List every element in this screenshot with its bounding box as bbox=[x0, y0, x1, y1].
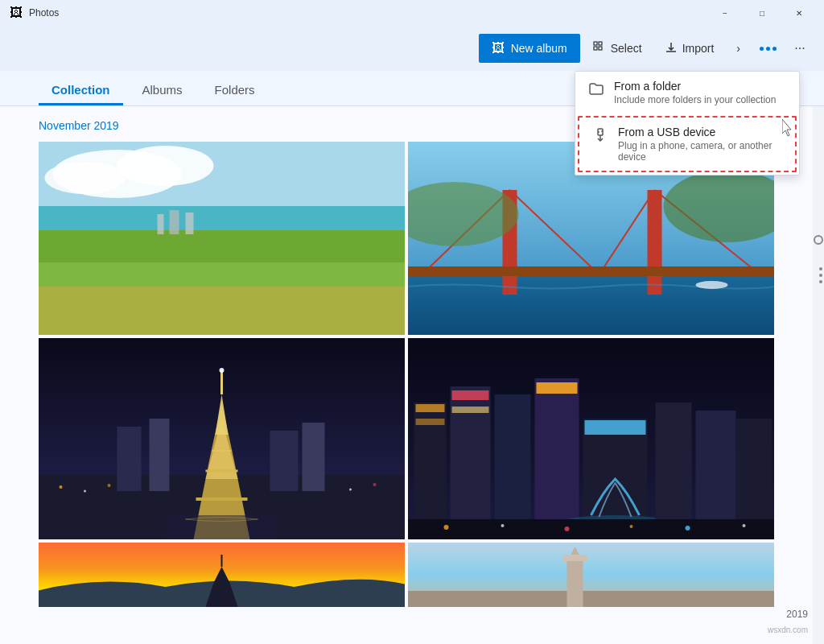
svg-rect-56 bbox=[585, 420, 646, 435]
tab-folders[interactable]: Folders bbox=[202, 76, 268, 105]
svg-rect-54 bbox=[537, 382, 578, 394]
svg-rect-72 bbox=[563, 555, 587, 561]
svg-rect-36 bbox=[150, 419, 170, 491]
svg-point-31 bbox=[108, 484, 111, 487]
svg-point-29 bbox=[60, 485, 63, 489]
svg-rect-47 bbox=[416, 404, 445, 412]
tab-albums[interactable]: Albums bbox=[130, 76, 196, 105]
tab-collection[interactable]: Collection bbox=[39, 76, 123, 105]
svg-rect-50 bbox=[452, 390, 489, 400]
svg-rect-71 bbox=[567, 559, 583, 607]
minimize-button[interactable]: − bbox=[707, 0, 744, 26]
svg-rect-11 bbox=[170, 210, 179, 234]
svg-point-30 bbox=[84, 490, 86, 493]
scroll-circle bbox=[814, 235, 823, 245]
photo-cell-monument[interactable] bbox=[408, 543, 774, 607]
photo-cell-eiffel[interactable] bbox=[39, 338, 405, 539]
svg-rect-14 bbox=[39, 287, 405, 335]
maximize-button[interactable]: □ bbox=[744, 0, 781, 26]
close-button[interactable]: ✕ bbox=[781, 0, 818, 26]
import-label: Import bbox=[682, 42, 715, 55]
photo-cell-sunset[interactable] bbox=[39, 543, 405, 607]
import-button[interactable]: Import bbox=[655, 34, 724, 63]
svg-point-6 bbox=[117, 146, 214, 186]
new-album-button[interactable]: 🖼 New album bbox=[479, 34, 580, 63]
svg-point-66 bbox=[686, 526, 690, 530]
new-album-label: New album bbox=[511, 42, 567, 55]
svg-point-7 bbox=[45, 162, 126, 194]
usb-icon bbox=[592, 127, 608, 143]
loading-spinner bbox=[753, 34, 782, 63]
svg-point-34 bbox=[373, 483, 377, 486]
svg-point-65 bbox=[630, 525, 633, 528]
scroll-dots bbox=[819, 267, 822, 283]
svg-rect-3 bbox=[599, 47, 602, 50]
spinner-dot-2 bbox=[766, 47, 770, 51]
app-title: Photos bbox=[29, 7, 59, 19]
svg-rect-1 bbox=[599, 42, 602, 45]
svg-rect-2 bbox=[594, 47, 597, 50]
photo-eiffel-image bbox=[39, 338, 405, 539]
more-icon: ··· bbox=[794, 41, 805, 56]
watermark: wsxdn.com bbox=[768, 625, 808, 634]
chevron-right-icon: › bbox=[736, 42, 740, 55]
select-icon bbox=[593, 41, 606, 56]
scroll-dot-3 bbox=[819, 280, 822, 283]
select-button[interactable]: Select bbox=[583, 34, 652, 63]
svg-rect-38 bbox=[303, 423, 325, 491]
menu-item-from-folder[interactable]: From a folder Include more folders in yo… bbox=[575, 72, 799, 114]
spinner-dot-3 bbox=[772, 47, 777, 51]
svg-rect-23 bbox=[408, 266, 774, 276]
photo-cell-aerial[interactable] bbox=[39, 142, 405, 335]
folder-icon bbox=[588, 81, 604, 97]
new-album-icon: 🖼 bbox=[492, 41, 505, 56]
svg-rect-53 bbox=[535, 378, 579, 539]
photo-grid bbox=[39, 142, 774, 607]
scrollbar[interactable]: 2019 wsxdn.com bbox=[813, 106, 824, 644]
svg-rect-18 bbox=[648, 190, 662, 295]
svg-point-26 bbox=[696, 281, 728, 289]
scroll-dot-1 bbox=[819, 267, 822, 270]
toolbar: 🖼 New album Select Import › bbox=[0, 26, 824, 71]
menu-item-from-usb-text: From a USB device Plug in a phone, camer… bbox=[618, 126, 782, 163]
svg-point-67 bbox=[743, 524, 746, 527]
title-bar: 🖼 Photos − □ ✕ bbox=[0, 0, 824, 26]
svg-point-64 bbox=[565, 526, 570, 531]
svg-point-63 bbox=[501, 524, 505, 527]
svg-rect-10 bbox=[158, 214, 164, 234]
svg-rect-58 bbox=[656, 402, 692, 539]
select-label: Select bbox=[611, 42, 642, 55]
import-icon bbox=[665, 41, 678, 56]
menu-item-from-usb[interactable]: From a USB device Plug in a phone, camer… bbox=[578, 116, 797, 172]
year-label: 2019 bbox=[786, 609, 808, 620]
photo-aerial-image bbox=[39, 142, 405, 335]
svg-rect-16 bbox=[408, 270, 774, 335]
scroll-dot-2 bbox=[819, 274, 822, 277]
content-area: November 2019 bbox=[0, 106, 824, 644]
chevron-button[interactable]: › bbox=[727, 34, 750, 63]
svg-point-62 bbox=[444, 525, 449, 530]
app-icon: 🖼 bbox=[10, 6, 23, 20]
photo-vegas-image bbox=[408, 338, 774, 539]
svg-rect-37 bbox=[270, 431, 299, 491]
photo-sunset-image bbox=[39, 543, 405, 607]
photo-cell-vegas[interactable] bbox=[408, 338, 774, 539]
svg-rect-48 bbox=[416, 419, 445, 425]
svg-rect-35 bbox=[117, 427, 142, 491]
svg-rect-52 bbox=[495, 394, 531, 539]
svg-rect-12 bbox=[186, 213, 194, 234]
main-content: November 2019 bbox=[0, 106, 813, 644]
photo-monument-image bbox=[408, 543, 774, 607]
svg-point-33 bbox=[349, 489, 352, 491]
spinner-dot-1 bbox=[760, 47, 764, 51]
svg-rect-0 bbox=[594, 42, 597, 45]
menu-item-from-folder-text: From a folder Include more folders in yo… bbox=[614, 80, 776, 105]
svg-rect-61 bbox=[408, 519, 774, 539]
svg-rect-51 bbox=[452, 407, 489, 413]
svg-point-40 bbox=[220, 368, 225, 373]
more-options-button[interactable]: ··· bbox=[785, 34, 814, 63]
import-dropdown-menu: From a folder Include more folders in yo… bbox=[575, 71, 800, 175]
svg-rect-44 bbox=[166, 515, 278, 539]
title-bar-left: 🖼 Photos bbox=[10, 6, 59, 20]
window-controls: − □ ✕ bbox=[707, 0, 818, 26]
